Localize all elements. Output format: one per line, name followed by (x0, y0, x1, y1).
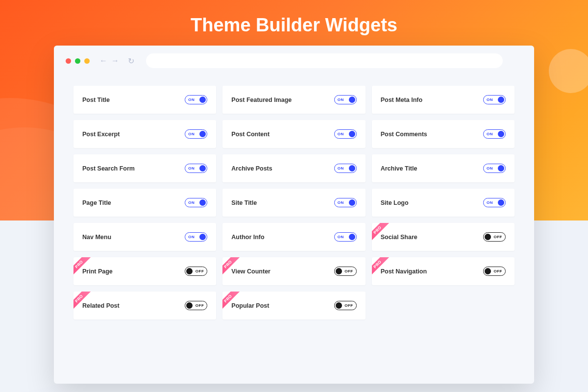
toggle-knob-icon (336, 302, 342, 309)
widget-toggle[interactable]: ON (483, 95, 506, 104)
widget-label: Post Search Form (82, 165, 135, 172)
widget-toggle[interactable]: OFF (185, 301, 207, 310)
toggle-knob-icon (498, 165, 504, 172)
widget-toggle[interactable]: ON (483, 164, 506, 173)
widget-toggle[interactable]: ON (185, 232, 207, 242)
reload-icon[interactable]: ↻ (128, 56, 134, 66)
toggle-label: OFF (196, 269, 204, 273)
widget-toggle[interactable]: ON (334, 129, 357, 139)
browser-chrome: ← → ↻ (54, 46, 534, 76)
widget-toggle[interactable]: ON (334, 198, 357, 207)
toggle-label: OFF (196, 303, 204, 308)
widget-toggle[interactable]: ON (483, 198, 506, 207)
widget-grid: Post TitleONPost Featured ImageONPost Me… (54, 76, 534, 334)
widget-toggle[interactable]: ON (185, 198, 207, 207)
widget-label: Post Navigation (381, 268, 427, 275)
toggle-knob-icon (199, 97, 206, 103)
traffic-lights (66, 58, 90, 64)
widget-label: Archive Title (381, 165, 417, 172)
widget-card: Post Meta InfoON (372, 86, 514, 114)
widget-toggle[interactable]: ON (185, 129, 207, 139)
widget-label: Site Title (231, 199, 257, 206)
widget-card: Post Featured ImageON (222, 86, 365, 114)
toggle-knob-icon (199, 165, 206, 172)
widget-card: PROView CounterOFF (222, 257, 365, 285)
widget-card: Site LogoON (372, 189, 514, 217)
widget-toggle[interactable]: ON (483, 129, 506, 139)
widget-card: PROPopular PostOFF (222, 292, 365, 319)
toggle-knob-icon (199, 199, 206, 206)
toggle-knob-icon (349, 97, 355, 103)
widget-card: Archive PostsON (222, 154, 365, 182)
widget-label: Social Share (381, 234, 417, 241)
back-icon[interactable]: ← (99, 56, 107, 66)
widget-label: Related Post (82, 302, 120, 309)
toggle-label: OFF (344, 269, 353, 273)
widget-label: View Counter (231, 268, 270, 275)
toggle-knob-icon (336, 268, 342, 274)
widget-card: Page TitleON (74, 189, 216, 217)
toggle-label: ON (338, 235, 344, 239)
page-title: Theme Builder Widgets (0, 0, 588, 46)
toggle-knob-icon (498, 97, 504, 103)
widget-card: Post ExcerptON (74, 120, 216, 148)
widget-card: Archive TitleON (372, 154, 514, 182)
toggle-label: OFF (494, 269, 503, 273)
widget-label: Page Title (82, 199, 111, 206)
toggle-knob-icon (498, 131, 504, 137)
widget-label: Nav Menu (82, 234, 111, 241)
browser-window: ← → ↻ Post TitleONPost Featured ImageONP… (54, 46, 534, 384)
toggle-knob-icon (349, 165, 355, 172)
widget-label: Site Logo (381, 199, 409, 206)
toggle-label: OFF (344, 303, 353, 308)
widget-card: Post ContentON (222, 120, 365, 148)
toggle-knob-icon (349, 199, 355, 206)
address-bar[interactable] (146, 53, 503, 68)
widget-toggle[interactable]: OFF (185, 267, 207, 276)
widget-card: PROPrint PageOFF (74, 257, 216, 285)
widget-label: Popular Post (231, 302, 269, 309)
widget-card: Post CommentsON (372, 120, 514, 148)
window-close-icon[interactable] (66, 58, 71, 64)
widget-label: Archive Posts (231, 165, 272, 172)
widget-toggle[interactable]: ON (334, 232, 357, 242)
toggle-label: ON (487, 98, 493, 102)
widget-toggle[interactable]: ON (185, 164, 207, 173)
widget-label: Post Featured Image (231, 97, 292, 103)
window-maximize-icon[interactable] (84, 58, 90, 64)
toggle-label: ON (487, 200, 493, 205)
toggle-knob-icon (498, 199, 504, 206)
toggle-label: ON (188, 98, 195, 102)
widget-toggle[interactable]: ON (185, 95, 207, 104)
widget-label: Print Page (82, 268, 113, 275)
widget-toggle[interactable]: OFF (483, 267, 506, 276)
toggle-knob-icon (199, 131, 206, 137)
toggle-knob-icon (199, 234, 206, 240)
toggle-label: ON (338, 132, 344, 136)
widget-toggle[interactable]: OFF (334, 267, 357, 276)
toggle-label: ON (487, 132, 493, 136)
widget-card: Site TitleON (222, 189, 365, 217)
widget-label: Post Title (82, 97, 110, 103)
widget-card: Nav MenuON (74, 223, 216, 251)
toggle-label: ON (338, 200, 344, 205)
widget-toggle[interactable]: ON (334, 164, 357, 173)
widget-card: Post TitleON (74, 86, 216, 114)
toggle-knob-icon (186, 268, 193, 274)
toggle-knob-icon (349, 234, 355, 240)
forward-icon[interactable]: → (111, 56, 119, 66)
toggle-label: ON (188, 132, 195, 136)
widget-card: PRORelated PostOFF (74, 292, 216, 319)
window-minimize-icon[interactable] (75, 58, 80, 64)
toggle-knob-icon (485, 234, 491, 240)
widget-label: Author Info (231, 234, 264, 241)
widget-toggle[interactable]: ON (334, 95, 357, 104)
toggle-label: ON (487, 166, 493, 171)
toggle-label: ON (188, 200, 195, 205)
widget-label: Post Comments (381, 131, 427, 138)
widget-toggle[interactable]: OFF (483, 232, 506, 242)
toggle-label: ON (338, 166, 344, 171)
widget-toggle[interactable]: OFF (334, 301, 357, 310)
widget-label: Post Excerpt (82, 131, 120, 138)
widget-card: Post Search FormON (74, 154, 216, 182)
